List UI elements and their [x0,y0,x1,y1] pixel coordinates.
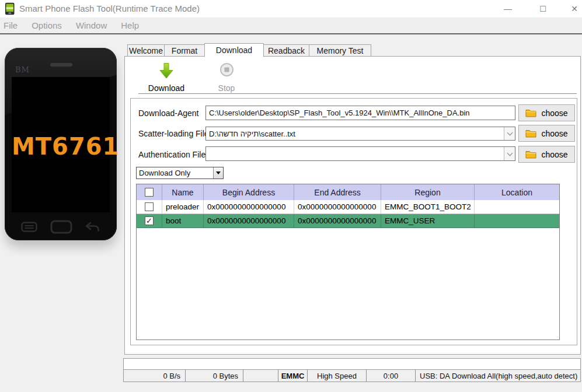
table-header-row: Name Begin Address End Address Region Lo… [137,184,559,200]
phone-home-icon [50,220,72,234]
app-logo-icon [5,2,15,15]
partition-table: Name Begin Address End Address Region Lo… [136,184,560,340]
flash-mode-value: Download Only [137,169,213,177]
menu-options[interactable]: Options [25,20,69,30]
triangle-down-icon [216,172,221,174]
download-agent-input[interactable]: C:\Users\older\Desktop\SP_Flash_Tool_v5.… [205,106,515,120]
status-bar: 0 B/s 0 Bytes EMMC High Speed 0:00 USB: … [123,358,581,382]
download-agent-label: Download-Agent [138,108,199,118]
status-cells: 0 B/s 0 Bytes EMMC High Speed 0:00 USB: … [124,370,580,382]
header-location[interactable]: Location [475,184,559,200]
scatter-file-choose-button[interactable]: choose [518,125,575,142]
tab-readback[interactable]: Readback [263,44,309,57]
status-elapsed-time: 0:00 [367,370,416,382]
progress-bar [124,359,580,370]
cell-end-address: 0x0000000000000000 [294,214,381,228]
phone-brand-label: BM [15,65,30,74]
auth-file-label: Authentication File [138,150,205,159]
choose-button-label: choose [541,108,567,118]
download-button-label: Download [148,83,184,93]
status-spare [243,370,278,382]
folder-icon [525,108,536,117]
cell-name: preloader [162,200,204,214]
chipset-label: MT6761 [12,133,110,160]
phone-back-icon [85,221,100,233]
window-title: Smart Phone Flash Tool(Runtime Trace Mod… [19,4,200,13]
stop-button-label: Stop [218,83,235,93]
download-agent-choose-button[interactable]: choose [518,104,575,121]
menu-file[interactable]: File [0,20,25,30]
status-usb-mode: USB: DA Download All(high speed,auto det… [416,370,580,382]
stop-button[interactable]: Stop [200,62,253,93]
cell-end-address: 0x0000000000000000 [294,200,381,214]
chevron-down-icon [507,130,513,136]
phone-speaker [50,63,72,66]
phone-nav-buttons [5,218,117,236]
toolbar-separator [138,93,577,94]
table-row-boot[interactable]: ✓ boot 0x0000000000000000 0x000000000000… [137,214,559,228]
status-storage-type: EMMC [278,370,308,382]
auth-file-combobox[interactable] [205,146,515,161]
flash-mode-select[interactable]: Download Only [136,167,224,179]
scatter-file-combobox[interactable]: D:\תיקיה חדשה\scatter..txt [205,127,515,141]
scatter-file-value: D:\תיקיה חדשה\scatter..txt [206,130,504,138]
scatter-file-label: Scatter-loading File [138,129,209,138]
close-button[interactable]: ✕ [564,0,582,18]
status-bytes: 0 Bytes [186,370,243,382]
status-speed: 0 B/s [124,370,186,382]
tab-format[interactable]: Format [164,44,205,57]
select-all-checkbox[interactable] [145,188,154,197]
preloader-checkbox[interactable] [145,202,154,211]
cell-name: boot [162,214,204,228]
header-begin-address[interactable]: Begin Address [204,184,294,200]
chevron-down-icon [507,150,513,156]
header-name[interactable]: Name [162,184,204,200]
tab-memory-test[interactable]: Memory Test [309,44,371,57]
header-end-address[interactable]: End Address [294,184,381,200]
phone-menu-icon [21,222,37,232]
tab-welcome[interactable]: Welcome [127,44,165,57]
cell-location [475,200,559,214]
header-select-all[interactable] [137,184,162,200]
cell-region: EMMC_BOOT1_BOOT2 [381,200,475,214]
app-window: Smart Phone Flash Tool(Runtime Trace Mod… [0,0,582,392]
cell-location [475,214,559,228]
header-region[interactable]: Region [381,184,475,200]
download-arrow-icon [159,62,174,79]
cell-begin-address: 0x0000000000000000 [204,200,294,214]
folder-icon [525,150,536,159]
flash-mode-dropdown-button[interactable] [213,167,223,178]
auth-file-choose-button[interactable]: choose [518,146,575,163]
choose-button-label: choose [541,129,567,138]
download-button[interactable]: Download [140,62,193,93]
scatter-dropdown-arrow[interactable] [504,127,515,140]
boot-checkbox[interactable]: ✓ [145,216,154,225]
tab-download[interactable]: Download [204,43,264,57]
status-link-speed: High Speed [308,370,367,382]
download-agent-value: C:\Users\older\Desktop\SP_Flash_Tool_v5.… [209,108,470,117]
phone-screen: MT6761 [12,77,110,212]
menu-bar: File Options Window Help [0,18,582,34]
cell-begin-address: 0x0000000000000000 [204,214,294,228]
folder-icon [525,129,536,138]
maximize-button[interactable]: ☐ [532,0,553,18]
row-checkbox-cell[interactable]: ✓ [137,214,162,228]
stop-icon [219,62,234,77]
table-row-preloader[interactable]: preloader 0x0000000000000000 0x000000000… [137,200,559,214]
row-checkbox-cell[interactable] [137,200,162,214]
minimize-button[interactable]: — [497,0,518,18]
cell-region: EMMC_USER [381,214,475,228]
menu-window[interactable]: Window [69,20,114,30]
menu-help[interactable]: Help [114,20,146,30]
phone-image: BM MT6761 [5,48,117,240]
auth-dropdown-arrow[interactable] [504,147,515,160]
choose-button-label: choose [541,150,567,159]
